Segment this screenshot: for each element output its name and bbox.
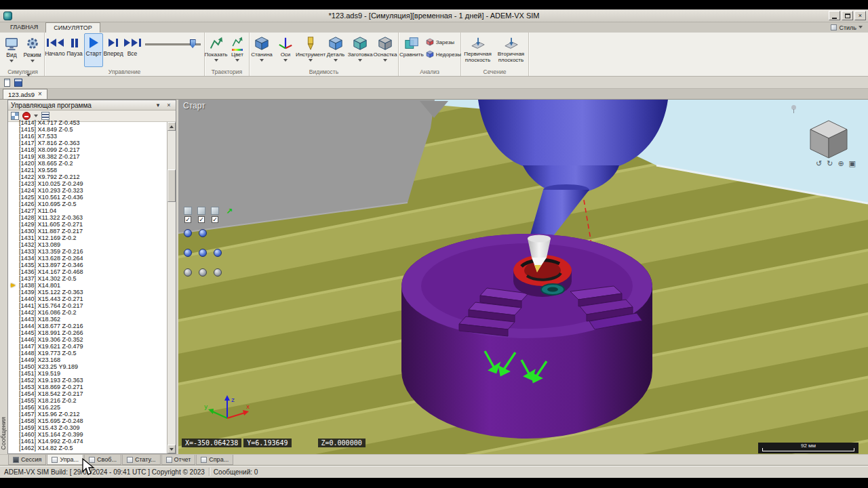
scrollbar-thumb[interactable] xyxy=(167,169,176,202)
program-line[interactable]: [1451] X19.519 xyxy=(8,370,176,377)
program-line[interactable]: [1462] X14.82 Z-0.5 xyxy=(8,445,176,451)
step-forward-button[interactable]: Вперед xyxy=(103,33,123,67)
rotate-right-icon[interactable]: ↻ xyxy=(827,159,833,168)
program-line[interactable]: [1443] X18.362 xyxy=(8,316,176,323)
gouges-button[interactable]: Зарезы xyxy=(425,37,462,47)
program-line[interactable]: [1441] X15.764 Z-0.217 xyxy=(8,302,176,309)
program-list[interactable]: [1414] X4.717 Z-0.453[1415] X4.849 Z-0.5… xyxy=(8,119,176,453)
program-line[interactable]: [1446] X19.306 Z-0.352 xyxy=(8,336,176,343)
tab-main[interactable]: ГЛАВНАЯ xyxy=(3,22,45,33)
program-line[interactable]: [1427] X11.04 xyxy=(8,207,176,214)
program-line[interactable]: [1452] X19.193 Z-0.363 xyxy=(8,377,176,384)
program-line[interactable]: [1423] X10.025 Z-0.249 xyxy=(8,180,176,187)
program-line[interactable]: [1421] X9.558 xyxy=(8,167,176,174)
tool-button[interactable]: Инструмент xyxy=(297,33,324,67)
overlay-checkbox[interactable]: ✓ xyxy=(198,216,205,223)
program-line[interactable]: [1449] X23.168 xyxy=(8,357,176,363)
program-line[interactable]: [1453] X18.869 Z-0.271 xyxy=(8,384,176,390)
overlay-option-icon[interactable] xyxy=(184,207,192,215)
pause-button[interactable]: Пауза xyxy=(65,33,84,67)
program-line[interactable]: [1432] X13.089 xyxy=(8,241,176,248)
program-line[interactable]: [1445] X18.991 Z-0.266 xyxy=(8,329,176,336)
zoom-icon[interactable]: ⊕ xyxy=(837,159,844,168)
tab-report[interactable]: Отчет xyxy=(161,455,196,465)
program-line[interactable]: [1414] X4.717 Z-0.453 xyxy=(8,119,176,126)
pin-icon[interactable] xyxy=(791,105,796,110)
program-line[interactable]: [1415] X4.849 Z-0.5 xyxy=(8,126,176,133)
tab-session[interactable]: Сессия xyxy=(8,455,46,465)
program-line[interactable]: [1431] X12.169 Z-0.2 xyxy=(8,235,176,241)
messages-panel-tab[interactable]: Сообщения xyxy=(0,100,7,454)
overlay-disc-icon[interactable] xyxy=(184,268,192,277)
program-line[interactable]: [1455] X18.216 Z-0.2 xyxy=(8,397,176,404)
close-button[interactable]: × xyxy=(854,11,866,20)
play-button[interactable]: Старт xyxy=(84,33,103,67)
breakpoint-icon[interactable] xyxy=(22,112,31,120)
viewport-3d[interactable]: z x y Старт ✓ xyxy=(178,100,868,454)
program-line[interactable]: [1426] X10.695 Z-0.5 xyxy=(8,201,176,207)
program-line[interactable]: [1444] X18.677 Z-0.216 xyxy=(8,323,176,329)
program-line[interactable]: [1433] X13.359 Z-0.216 xyxy=(8,248,176,255)
show-trajectory-button[interactable]: Показать xyxy=(205,33,227,67)
program-line[interactable]: [1461] X14.992 Z-0.474 xyxy=(8,438,176,445)
program-line[interactable]: [1425] X10.561 Z-0.436 xyxy=(8,194,176,201)
program-line[interactable]: [1459] X15.43 Z-0.309 xyxy=(8,424,176,431)
program-line[interactable]: [1424] X10.293 Z-0.323 xyxy=(8,187,176,194)
overlay-option-icon[interactable] xyxy=(211,207,219,215)
scroll-down-button[interactable] xyxy=(167,445,176,453)
undercuts-button[interactable]: Недорезы xyxy=(425,49,462,59)
program-line[interactable]: [1417] X7.816 Z-0.363 xyxy=(8,140,176,146)
program-line[interactable]: [1418] X8.099 Z-0.217 xyxy=(8,146,176,153)
primary-plane-button[interactable]: Первичная плоскость xyxy=(461,33,494,67)
part-button[interactable]: Деталь xyxy=(324,33,347,67)
program-line[interactable]: [1458] X15.695 Z-0.248 xyxy=(8,418,176,424)
chevron-down-icon[interactable] xyxy=(34,115,38,119)
program-line[interactable]: [1435] X13.897 Z-0.346 xyxy=(8,262,176,268)
program-line[interactable]: [1439] X15.122 Z-0.363 xyxy=(8,289,176,296)
program-line[interactable]: [1428] X11.322 Z-0.363 xyxy=(8,214,176,221)
overlay-disc-icon[interactable] xyxy=(199,268,207,277)
program-line[interactable]: [1437] X14.302 Z-0.5 xyxy=(8,275,176,282)
scroll-up-button[interactable] xyxy=(167,122,176,131)
close-tab-icon[interactable]: × xyxy=(38,91,42,98)
mode-button[interactable]: Режим xyxy=(22,33,43,67)
program-line[interactable]: [1456] X16.225 xyxy=(8,404,176,411)
tab-simulator[interactable]: СИМУЛЯТОР xyxy=(45,22,100,33)
scene-canvas[interactable]: z x y xyxy=(178,100,868,454)
program-line[interactable]: [1457] X15.96 Z-0.212 xyxy=(8,411,176,418)
panel-menu-button[interactable]: ▾ xyxy=(154,102,162,108)
program-line[interactable]: [1448] X19.773 Z-0.5 xyxy=(8,350,176,357)
program-line[interactable]: [1416] X7.533 xyxy=(8,133,176,140)
program-line[interactable]: [1460] X15.164 Z-0.399 xyxy=(8,431,176,438)
program-line[interactable]: [1440] X15.443 Z-0.271 xyxy=(8,296,176,302)
overlay-option-icon[interactable] xyxy=(197,207,205,215)
overlay-disc-icon[interactable] xyxy=(184,249,192,257)
axes-button[interactable]: Оси xyxy=(274,33,297,67)
workpiece[interactable] xyxy=(401,234,652,439)
overlay-disc-icon[interactable] xyxy=(199,229,207,237)
to-start-button[interactable]: Начало xyxy=(45,33,65,67)
overlay-disc-icon[interactable] xyxy=(184,229,192,237)
program-line[interactable]: [1436] X14.167 Z-0.468 xyxy=(8,268,176,275)
vertical-scrollbar[interactable] xyxy=(167,122,176,453)
secondary-plane-button[interactable]: Вторичная плоскость xyxy=(494,33,528,67)
program-line[interactable]: [1447] X19.621 Z-0.479 xyxy=(8,343,176,350)
style-button[interactable]: Стиль xyxy=(831,22,863,33)
save-button[interactable] xyxy=(14,79,22,87)
overlay-disc-icon[interactable] xyxy=(214,268,222,277)
tab-status[interactable]: Стату... xyxy=(122,455,161,465)
tab-help[interactable]: Спра... xyxy=(196,455,233,465)
document-tab[interactable]: 123.ads9 × xyxy=(3,89,47,99)
program-line[interactable]: [1429] X11.605 Z-0.271 xyxy=(8,221,176,228)
fixture-button[interactable]: Оснастка xyxy=(373,33,397,67)
program-line[interactable]: [1434] X13.628 Z-0.264 xyxy=(8,255,176,262)
maximize-button[interactable] xyxy=(842,11,853,20)
compare-button[interactable]: Сравнить xyxy=(399,33,425,67)
tab-program[interactable]: Упра... xyxy=(47,455,83,465)
program-line[interactable]: [1442] X16.086 Z-0.2 xyxy=(8,309,176,316)
machine-base-button[interactable]: Станина xyxy=(250,33,274,67)
workpiece-button[interactable]: Заготовка xyxy=(347,33,373,67)
toolbar-options-button[interactable] xyxy=(26,77,31,89)
overlay-disc-icon[interactable] xyxy=(214,249,222,257)
trajectory-color-button[interactable]: Цвет xyxy=(227,33,248,67)
